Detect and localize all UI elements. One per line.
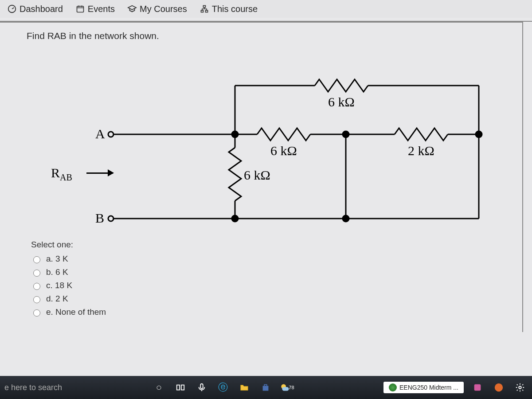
windows-taskbar: e here to search ○ ⓔ 78 EENG250 Midterm … bbox=[0, 376, 532, 399]
settings-gear-icon[interactable] bbox=[512, 380, 528, 395]
option-d-radio[interactable] bbox=[33, 296, 40, 303]
svg-point-34 bbox=[519, 386, 521, 389]
question-panel: Find RAB in the network shown. bbox=[0, 22, 523, 332]
nav-thiscourse[interactable]: This course bbox=[200, 4, 258, 14]
option-a-radio[interactable] bbox=[33, 256, 40, 263]
rab-label: RAB bbox=[51, 165, 72, 183]
option-a-label: a. 3 K bbox=[46, 254, 68, 264]
svg-rect-32 bbox=[474, 384, 481, 391]
svg-point-5 bbox=[108, 132, 113, 137]
taskbar-search[interactable]: e here to search bbox=[4, 383, 62, 392]
gauge-icon bbox=[7, 4, 17, 14]
option-e-radio[interactable] bbox=[33, 309, 40, 317]
answer-options: Select one: a. 3 K b. 6 K c. 18 K d. 2 K… bbox=[31, 240, 517, 317]
svg-rect-2 bbox=[203, 6, 205, 8]
svg-rect-29 bbox=[181, 385, 184, 390]
option-b-radio[interactable] bbox=[33, 270, 40, 277]
calendar-icon bbox=[75, 4, 85, 14]
taskbar-document-label: EENG250 Midterm ... bbox=[399, 384, 458, 391]
grad-cap-icon bbox=[127, 4, 137, 14]
rab-arrow-icon bbox=[86, 172, 113, 174]
nav-dashboard-label: Dashboard bbox=[20, 4, 63, 14]
right-resistor-label: 2 kΩ bbox=[408, 143, 434, 158]
nav-mycourses[interactable]: My Courses bbox=[127, 4, 187, 14]
nav-mycourses-label: My Courses bbox=[140, 4, 187, 14]
vertical-resistor-label: 6 kΩ bbox=[244, 168, 270, 183]
option-e-label: e. None of them bbox=[46, 307, 106, 317]
option-c-radio[interactable] bbox=[33, 283, 40, 290]
top-resistor-label: 6 kΩ bbox=[328, 94, 355, 110]
option-a[interactable]: a. 3 K bbox=[31, 254, 517, 264]
sitemap-icon bbox=[200, 4, 209, 14]
option-d-label: d. 2 K bbox=[46, 294, 68, 304]
store-icon[interactable] bbox=[258, 380, 273, 395]
chrome-icon bbox=[389, 383, 397, 391]
voice-icon[interactable] bbox=[194, 380, 209, 395]
option-b[interactable]: b. 6 K bbox=[31, 267, 517, 277]
terminal-b-label: B bbox=[95, 211, 104, 226]
svg-rect-30 bbox=[200, 384, 203, 389]
snip-icon[interactable] bbox=[470, 380, 485, 395]
edge-icon[interactable]: ⓔ bbox=[215, 380, 231, 395]
option-c-label: c. 18 K bbox=[46, 281, 72, 290]
weather-icon[interactable]: 78 bbox=[279, 380, 294, 395]
file-explorer-icon[interactable] bbox=[237, 380, 252, 395]
svg-point-19 bbox=[476, 131, 482, 137]
taskview-icon[interactable] bbox=[173, 380, 188, 395]
mid-resistor-label: 6 kΩ bbox=[270, 143, 297, 158]
option-b-label: b. 6 K bbox=[46, 267, 68, 277]
firefox-icon[interactable] bbox=[491, 380, 506, 395]
svg-rect-3 bbox=[201, 10, 203, 12]
circuit-diagram: A B RAB 6 kΩ 6 kΩ 6 kΩ 2 kΩ bbox=[18, 50, 505, 232]
taskbar-document-button[interactable]: EENG250 Midterm ... bbox=[383, 382, 464, 393]
taskbar-search-label: e here to search bbox=[4, 383, 62, 392]
option-d[interactable]: d. 2 K bbox=[31, 294, 517, 304]
options-prompt: Select one: bbox=[31, 240, 517, 250]
option-e[interactable]: e. None of them bbox=[31, 307, 517, 317]
nav-thiscourse-label: This course bbox=[212, 4, 258, 14]
terminal-a-label: A bbox=[95, 126, 105, 141]
question-text: Find RAB in the network shown. bbox=[27, 31, 517, 41]
weather-temp: 78 bbox=[289, 385, 294, 390]
circuit-svg bbox=[18, 50, 505, 232]
top-nav: Dashboard Events My Courses This course bbox=[0, 0, 532, 18]
svg-rect-28 bbox=[176, 385, 179, 390]
svg-point-33 bbox=[495, 383, 503, 391]
nav-events-label: Events bbox=[88, 4, 115, 14]
nav-events[interactable]: Events bbox=[75, 4, 115, 14]
option-c[interactable]: c. 18 K bbox=[31, 281, 517, 290]
svg-rect-1 bbox=[77, 6, 83, 12]
cortana-icon[interactable]: ○ bbox=[152, 380, 167, 395]
nav-dashboard[interactable]: Dashboard bbox=[7, 4, 63, 14]
svg-point-6 bbox=[108, 216, 113, 221]
svg-rect-4 bbox=[205, 10, 207, 12]
